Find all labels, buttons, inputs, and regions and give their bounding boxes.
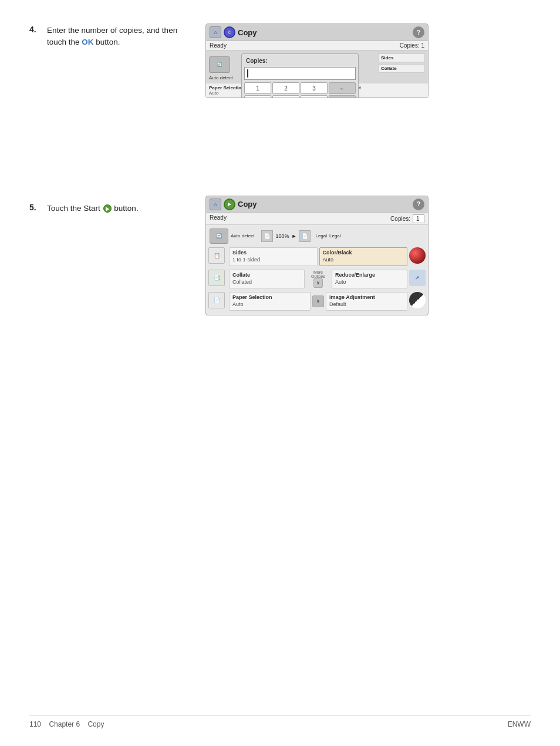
ui2-page-icon: 📄 — [261, 230, 273, 242]
ui2-more-options-label: More Options — [306, 270, 330, 278]
ui2-colorblack-panel[interactable]: Color/Black Auto — [319, 247, 408, 266]
ui2-legal1: Legal — [315, 233, 327, 238]
ui1-autodetect-label: Auto detect — [209, 75, 232, 80]
paper-dropdown-button[interactable]: ∨ — [312, 295, 324, 307]
ui1-autodetect-icon[interactable]: 🔄 — [209, 56, 230, 73]
ui1-header: ⌂ © Copy ? — [206, 24, 428, 41]
page-footer: 110 Chapter 6 Copy ENWW — [29, 715, 531, 728]
ui1-collate-panel[interactable]: Collate — [378, 64, 425, 73]
keypad-grid: 1 2 3 ← 4 5 6 ⊘ 7 8 9 ◄ — [244, 82, 356, 98]
ui2-paper-val: Auto — [232, 301, 307, 307]
ui2-home-button[interactable]: ⌂ — [210, 199, 221, 210]
ui2-row1: 📋 Sides 1 to 1-sided Color/Black Auto — [208, 247, 426, 266]
ui2-copies-input[interactable]: 1 — [413, 214, 424, 223]
ui2-colorblack-title: Color/Black — [323, 250, 404, 256]
ui1-help-button[interactable]: ? — [413, 26, 424, 38]
key-2[interactable]: 2 — [272, 82, 299, 94]
ui2-zoom: 100% — [275, 233, 289, 239]
ui2-sides-icon: 📋 — [208, 247, 227, 266]
step5-text-after: button. — [114, 204, 138, 213]
ui1-device: ⌂ © Copy ? Ready Copies: 1 — [205, 23, 429, 98]
ui2-sides-panel[interactable]: Sides 1 to 1-sided — [229, 247, 318, 266]
ui1-sides-label: Sides — [381, 55, 422, 61]
keypad-display[interactable] — [244, 67, 356, 80]
keypad-label: Copies: — [244, 56, 356, 65]
step5-text: Touch the Start — [47, 204, 100, 213]
footer-chapter: Chapter 6 — [49, 720, 80, 728]
ui2-imgadj-title: Image Adjustment — [329, 294, 404, 300]
ui2-imgadj-icon — [409, 292, 426, 308]
ui2-reduce-val: Auto — [335, 279, 404, 285]
ui2-colorblack-val: Auto — [323, 257, 404, 263]
ui1-title: Copy — [238, 28, 410, 37]
ui2-paper-icon: 📄 — [208, 292, 227, 311]
ui2-imgadj-panel[interactable]: Image Adjustment Default — [326, 292, 407, 311]
key-4[interactable]: 4 — [244, 95, 271, 98]
ui1-sides-panel[interactable]: Sides — [378, 53, 425, 62]
ui2-sides-title: Sides — [232, 250, 314, 256]
ui2-row2: 📑 Collate Collated More Options ∨ — [208, 270, 426, 288]
ui2-page-icon2: 📄 — [299, 230, 311, 242]
ui2-copies-label: Copies: — [390, 216, 410, 222]
ui2-collate-title: Collate — [232, 272, 301, 278]
ui2-status-bar: Ready Copies: 1 — [206, 213, 428, 225]
ui2-device: ⌂ ▶ Copy ? Ready Copies: 1 — [205, 196, 429, 315]
ui1-collate-label: Collate — [381, 66, 422, 71]
key-backspace[interactable]: ← — [329, 82, 356, 94]
copies-keypad-popup: Copies: 1 2 3 ← 4 5 6 ⊘ — [241, 53, 359, 98]
ui2-autodetect-icon[interactable]: 🔄 — [210, 228, 228, 244]
ui2-sides-val: 1 to 1-sided — [232, 257, 314, 263]
ui1-home-button[interactable]: ⌂ — [210, 26, 221, 38]
footer-left: 110 Chapter 6 Copy — [29, 720, 104, 728]
more-options-button[interactable]: ∨ — [313, 278, 323, 288]
ui2-title: Copy — [238, 200, 410, 209]
ui2-paper-panel[interactable]: Paper Selection Auto — [229, 292, 311, 311]
step4-text-after: button. — [96, 38, 120, 46]
ui2-imgadj-val: Default — [329, 301, 404, 307]
ui2-zoom-row: 📄 100% ► 📄 — [261, 230, 311, 242]
home-icon-2: ⌂ — [214, 201, 217, 207]
ui2-paper-title: Paper Selection — [232, 294, 307, 300]
ui2-color-ball-icon — [409, 247, 426, 264]
key-6[interactable]: 6 — [301, 95, 328, 98]
ui2-row3: 📄 Paper Selection Auto ∨ Image Adjustmen… — [208, 292, 426, 311]
ui2-main: 🔄 Auto detect 📄 100% ► 📄 Legal Legal — [206, 225, 428, 315]
ui2-collate-icon: 📑 — [208, 270, 227, 288]
ui2-collate-panel[interactable]: Collate Collated — [229, 270, 305, 288]
key-5[interactable]: 5 — [272, 95, 299, 98]
ui2-collate-val: Collated — [232, 279, 301, 285]
key-1[interactable]: 1 — [244, 82, 271, 94]
ui1-status: Ready — [210, 42, 227, 49]
ui2-autodetect-label: Auto detect — [231, 233, 254, 238]
home-icon: ⌂ — [214, 29, 217, 35]
page-number: 110 — [29, 720, 41, 728]
ui1-body: 🔄 Auto detect Copies: 1 2 3 — [206, 51, 428, 98]
ui2-start-icon[interactable]: ▶ — [224, 199, 235, 210]
ui1-copies-bar: Copies: 1 — [400, 42, 424, 49]
footer-chapter-name: Copy — [87, 720, 104, 728]
ui2-status: Ready — [210, 214, 227, 223]
key-clear[interactable]: ⊘ — [329, 95, 356, 98]
ui2-reduce-title: Reduce/Enlarge — [335, 272, 404, 278]
key-3[interactable]: 3 — [301, 82, 328, 94]
step5-number: 5. — [29, 201, 47, 212]
ui2-more-options: More Options ∨ — [306, 270, 330, 288]
ui1-status-bar: Ready Copies: 1 — [206, 41, 428, 51]
start-icon — [103, 204, 112, 213]
ui2-header: ⌂ ▶ Copy ? — [206, 196, 428, 213]
ui2-reduce-icon: ↗ — [409, 270, 426, 286]
step4-ok-text: OK — [82, 38, 93, 46]
ui2-reduce-enlarge-panel[interactable]: Reduce/Enlarge Auto — [332, 270, 407, 288]
ui2-arrow: ► — [292, 233, 297, 239]
step4-number: 4. — [29, 23, 47, 34]
footer-brand: ENWW — [508, 720, 531, 728]
ui2-help-button[interactable]: ? — [413, 199, 424, 210]
ui1-copy-icon: © — [224, 26, 235, 38]
ui2-legal2: Legal — [329, 233, 341, 238]
